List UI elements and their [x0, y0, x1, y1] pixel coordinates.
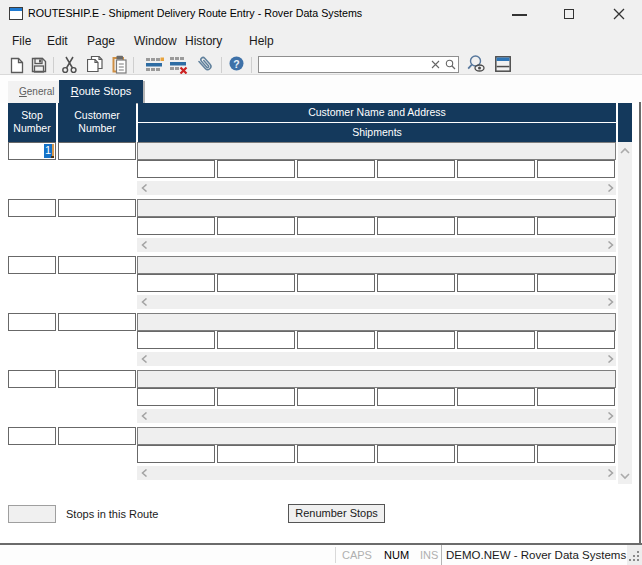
- svg-text:?: ?: [233, 58, 239, 70]
